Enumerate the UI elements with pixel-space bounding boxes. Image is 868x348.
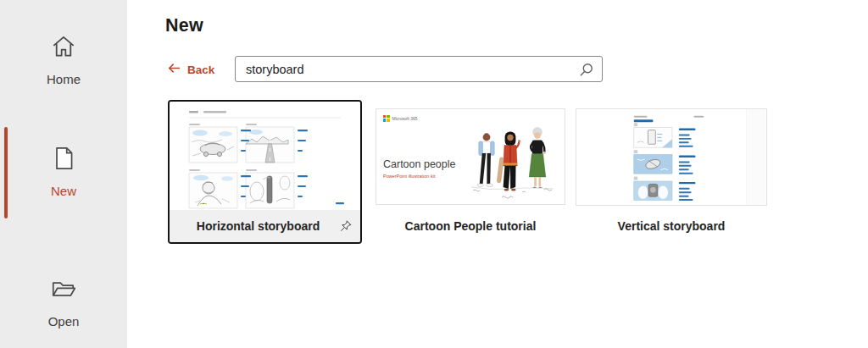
search-input[interactable]: [236, 57, 602, 81]
template-card-vertical-storyboard[interactable]: [576, 108, 767, 206]
back-arrow-icon: [167, 61, 181, 79]
sidebar-item-label: Open: [0, 314, 127, 329]
template-title[interactable]: Vertical storyboard: [576, 219, 767, 233]
home-icon: [49, 32, 78, 61]
page-title: New: [165, 15, 203, 36]
sidebar-item-home[interactable]: Home: [0, 32, 127, 86]
template-title[interactable]: Cartoon People tutorial: [376, 219, 565, 233]
powerpoint-new-backstage: Home New Open New: [0, 0, 868, 348]
vertical-storyboard-preview: [576, 109, 766, 205]
template-card-cartoon-people[interactable]: Microsoft 365 Cartoon people PowerPoint …: [376, 108, 565, 205]
search-icon[interactable]: [578, 62, 594, 78]
sidebar-item-label: New: [0, 184, 127, 198]
selected-card-footer: Horizontal storyboard: [170, 210, 360, 242]
pin-icon[interactable]: [339, 219, 353, 233]
template-title: Horizontal storyboard: [197, 219, 333, 233]
cartoon-people-illustration: [376, 109, 566, 206]
sidebar-item-new[interactable]: New: [0, 144, 127, 198]
horizontal-storyboard-preview: [170, 102, 360, 210]
sidebar-item-open[interactable]: Open: [0, 274, 127, 329]
open-folder-icon: [49, 274, 78, 303]
template-card-horizontal-storyboard[interactable]: Horizontal storyboard: [168, 100, 362, 244]
new-document-icon: [49, 144, 78, 173]
template-search: [235, 56, 603, 82]
back-button[interactable]: Back: [167, 59, 214, 80]
sidebar-item-label: Home: [0, 72, 127, 86]
back-label: Back: [187, 64, 214, 76]
backstage-sidebar: Home New Open: [0, 0, 127, 348]
